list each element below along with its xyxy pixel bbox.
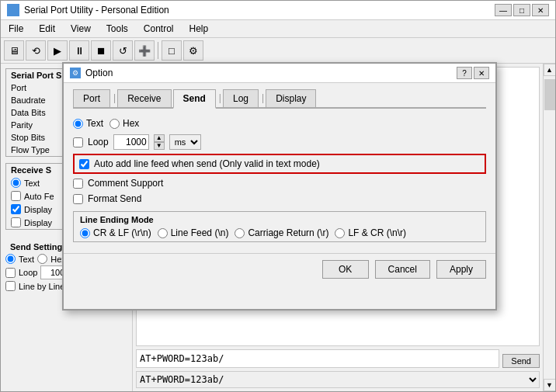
- tab-receive[interactable]: Receive: [117, 89, 171, 107]
- tab-port[interactable]: Port: [73, 89, 110, 107]
- dialog-hex-radio[interactable]: [109, 119, 120, 129]
- apply-button[interactable]: Apply: [436, 260, 486, 279]
- dialog-title-bar: ⚙ Option ? ✕: [64, 64, 495, 83]
- dialog-close-btn[interactable]: ✕: [474, 67, 489, 79]
- dialog-loop-checkbox[interactable]: [73, 137, 83, 147]
- tab-send[interactable]: Send: [173, 89, 216, 109]
- dialog-icon: ⚙: [70, 68, 81, 78]
- cr-text: Carriage Return (\r): [248, 227, 328, 238]
- tab-display[interactable]: Display: [266, 89, 316, 107]
- lf-radio[interactable]: [158, 228, 168, 238]
- ok-button[interactable]: OK: [322, 260, 369, 279]
- dialog-body: Port | Receive Send | Log | Display Text: [64, 83, 495, 253]
- loop-spin-down[interactable]: ▼: [154, 142, 165, 150]
- loop-spin-up[interactable]: ▲: [154, 134, 165, 142]
- comment-support-row: Comment Support: [73, 175, 486, 191]
- dialog-title: Option: [85, 68, 457, 78]
- dialog-controls: ? ✕: [457, 67, 489, 79]
- comment-support-checkbox[interactable]: [73, 179, 83, 189]
- loop-spinner: ▲ ▼: [154, 134, 165, 150]
- tab-log[interactable]: Log: [223, 89, 259, 107]
- option-dialog: ⚙ Option ? ✕ Port | Receive Send | Log |…: [62, 62, 497, 310]
- loop-group: Loop ▲ ▼ ms: [73, 132, 486, 152]
- dialog-loop-label: Loop: [88, 137, 109, 147]
- modal-overlay: ⚙ Option ? ✕ Port | Receive Send | Log |…: [0, 0, 556, 392]
- crlf-text: CR & LF (\r\n): [93, 227, 151, 238]
- tab-sep-3: |: [260, 89, 266, 107]
- dialog-help-btn[interactable]: ?: [457, 67, 472, 79]
- hex-radio-label[interactable]: Hex: [109, 118, 139, 129]
- format-send-checkbox[interactable]: [73, 194, 83, 204]
- lfcr-text: LF & CR (\n\r): [348, 227, 406, 238]
- crlf-radio[interactable]: [80, 228, 90, 238]
- dialog-footer: OK Cancel Apply: [64, 253, 495, 285]
- tab-bar: Port | Receive Send | Log | Display: [73, 89, 486, 109]
- line-ending-options: CR & LF (\r\n) Line Feed (\n) Carriage R…: [80, 227, 479, 238]
- auto-add-linefeed-label: Auto add line feed when send (Only valid…: [94, 158, 320, 169]
- lfcr-radio[interactable]: [335, 228, 345, 238]
- format-radio-group: Text Hex: [73, 115, 486, 132]
- lf-text: Line Feed (\n): [171, 227, 229, 238]
- lfcr-label[interactable]: LF & CR (\n\r): [335, 227, 406, 238]
- cr-radio[interactable]: [235, 228, 245, 238]
- cr-label[interactable]: Carriage Return (\r): [235, 227, 328, 238]
- auto-add-linefeed-row: Auto add line feed when send (Only valid…: [73, 154, 486, 174]
- dialog-text-label: Text: [86, 118, 103, 129]
- dialog-text-radio[interactable]: [73, 119, 83, 129]
- text-radio-label[interactable]: Text: [73, 118, 103, 129]
- tab-sep-1: |: [112, 89, 117, 107]
- cancel-button[interactable]: Cancel: [375, 260, 430, 279]
- comment-support-label: Comment Support: [88, 178, 163, 189]
- lf-label[interactable]: Line Feed (\n): [158, 227, 229, 238]
- auto-add-linefeed-checkbox[interactable]: [79, 159, 89, 169]
- tab-sep-2: |: [217, 89, 223, 107]
- format-send-row: Format Send: [73, 191, 486, 206]
- dialog-loop-input[interactable]: [113, 134, 149, 150]
- line-ending-title: Line Ending Mode: [80, 215, 479, 224]
- format-send-label: Format Send: [88, 193, 141, 204]
- crlf-label[interactable]: CR & LF (\r\n): [80, 227, 151, 238]
- line-ending-group: Line Ending Mode CR & LF (\r\n) Line Fee…: [73, 211, 486, 242]
- send-tab-content: Text Hex Loop ▲ ▼: [73, 115, 486, 242]
- dialog-hex-label: Hex: [123, 118, 139, 129]
- time-unit-select[interactable]: ms: [169, 134, 201, 150]
